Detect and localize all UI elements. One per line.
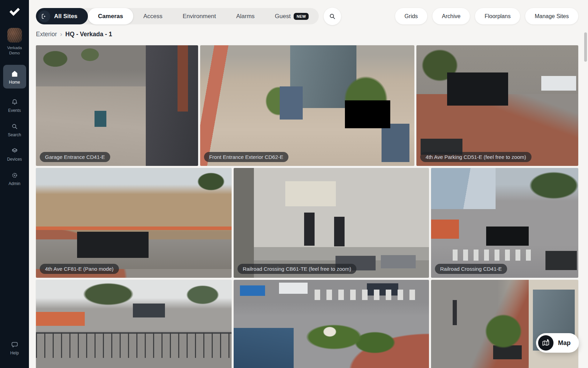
sidebar-item-devices[interactable]: Devices xyxy=(3,147,26,162)
collapse-panel-icon xyxy=(38,10,50,22)
scrollbar-thumb[interactable] xyxy=(584,32,587,62)
org-avatar[interactable] xyxy=(7,28,22,43)
main-content: All Sites Cameras Access Environment Ala… xyxy=(29,0,588,368)
tab-label: Guest xyxy=(275,13,291,20)
camera-tile-railroad-crossing-cb61[interactable]: Railroad Crossing CB61-TE (feel free to … xyxy=(234,168,429,278)
sidebar-item-home[interactable]: Home xyxy=(3,65,26,89)
new-badge: NEW xyxy=(294,13,309,20)
search-button[interactable] xyxy=(324,8,341,25)
all-sites-label: All Sites xyxy=(54,13,77,20)
verkada-logo[interactable] xyxy=(8,8,21,16)
org-name: Verkada Demo xyxy=(4,45,25,56)
camera-tile-front-entrance[interactable]: Front Entrance Exterior CD62-E xyxy=(200,45,415,166)
sidebar-item-label: Help xyxy=(10,351,19,355)
breadcrumb: Exterior › HQ - Verkada - 1 xyxy=(36,31,112,38)
camera-tile-railroad-crossing-cd41[interactable]: Railroad Crossing CD41-E xyxy=(431,168,578,278)
tab-alarms[interactable]: Alarms xyxy=(226,8,265,24)
camera-tile[interactable] xyxy=(234,280,429,368)
tab-label: Alarms xyxy=(236,13,255,20)
camera-tile-garage-entrance[interactable]: Garage Entrance CD41-E xyxy=(36,45,198,166)
manage-sites-button[interactable]: Manage Sites xyxy=(525,8,578,24)
tab-access[interactable]: Access xyxy=(133,8,173,24)
sidebar-item-label: Devices xyxy=(7,157,22,162)
tab-label: Cameras xyxy=(98,13,123,20)
camera-tile[interactable] xyxy=(36,280,232,368)
camera-row: 4th Ave CF81-E (Pano mode) Railroad Cros… xyxy=(36,168,578,278)
camera-row: Garage Entrance CD41-E Front Entrance Ex… xyxy=(36,45,578,166)
sidebar-item-admin[interactable]: Admin xyxy=(3,171,26,186)
archive-button[interactable]: Archive xyxy=(432,8,470,24)
bell-icon xyxy=(11,98,18,106)
grids-button[interactable]: Grids xyxy=(395,8,427,24)
chat-bubble-icon xyxy=(11,341,18,348)
tab-environment[interactable]: Environment xyxy=(173,8,226,24)
camera-row xyxy=(36,280,578,368)
topbar-actions: Grids Archive Floorplans Manage Sites xyxy=(395,8,578,24)
camera-tile[interactable] xyxy=(431,280,578,368)
map-button[interactable]: Map xyxy=(536,333,579,353)
top-bar: All Sites Cameras Access Environment Ala… xyxy=(36,8,578,24)
breadcrumb-separator-icon: › xyxy=(60,31,62,38)
tab-label: Environment xyxy=(183,13,216,20)
sidebar-item-label: Home xyxy=(9,80,20,85)
map-icon xyxy=(538,335,553,351)
camera-label: Railroad Crossing CB61-TE (feel free to … xyxy=(238,264,356,274)
tab-cameras[interactable]: Cameras xyxy=(88,8,133,24)
gear-icon xyxy=(11,171,18,179)
devices-icon xyxy=(11,147,18,155)
camera-tile-4th-ave-pano[interactable]: 4th Ave CF81-E (Pano mode) xyxy=(36,168,232,278)
search-icon xyxy=(11,123,18,130)
sidebar: Verkada Demo Home Events Search xyxy=(0,0,29,368)
home-icon xyxy=(11,70,18,78)
search-icon xyxy=(329,13,336,20)
sidebar-item-help[interactable]: Help xyxy=(3,341,26,355)
map-button-label: Map xyxy=(558,339,571,347)
camera-tile-4th-ave-parking[interactable]: 4th Ave Parking CD51-E (feel free to zoo… xyxy=(416,45,578,166)
camera-label: Railroad Crossing CD41-E xyxy=(435,264,507,274)
camera-grid: Garage Entrance CD41-E Front Entrance Ex… xyxy=(36,45,578,368)
breadcrumb-current: HQ - Verkada - 1 xyxy=(65,31,112,38)
sidebar-item-label: Events xyxy=(8,108,21,113)
sidebar-item-search[interactable]: Search xyxy=(3,123,26,137)
floorplans-button[interactable]: Floorplans xyxy=(475,8,520,24)
camera-label: Front Entrance Exterior CD62-E xyxy=(204,152,289,162)
tab-guest[interactable]: Guest NEW xyxy=(265,8,319,24)
site-tab-bar: All Sites Cameras Access Environment Ala… xyxy=(36,8,319,24)
sidebar-item-label: Admin xyxy=(8,181,20,186)
sidebar-item-label: Search xyxy=(8,132,21,137)
all-sites-button[interactable]: All Sites xyxy=(36,8,88,24)
camera-label: Garage Entrance CD41-E xyxy=(40,152,110,162)
breadcrumb-parent[interactable]: Exterior xyxy=(36,31,57,38)
sidebar-item-events[interactable]: Events xyxy=(3,98,26,113)
sidebar-nav: Home Events Search Devices xyxy=(0,65,29,186)
camera-label: 4th Ave CF81-E (Pano mode) xyxy=(40,264,119,274)
tab-label: Access xyxy=(143,13,163,20)
camera-label: 4th Ave Parking CD51-E (feel free to zoo… xyxy=(420,152,531,162)
